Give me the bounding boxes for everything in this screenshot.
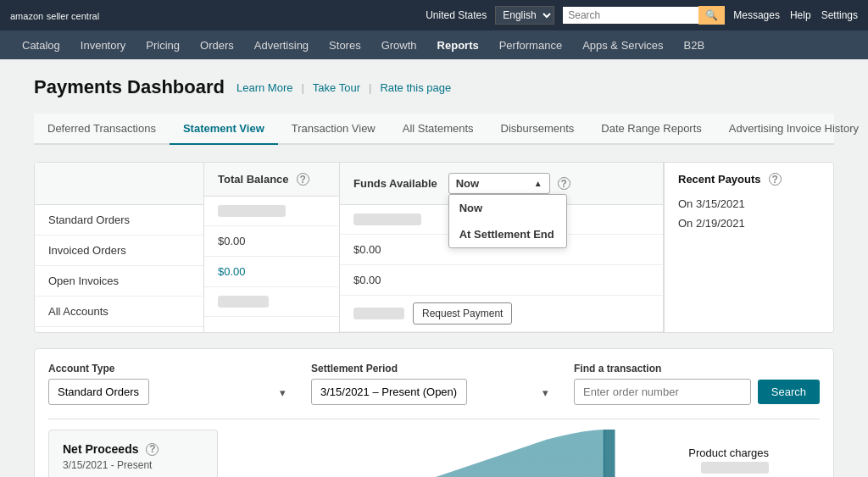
nav-b2b[interactable]: B2B	[676, 34, 714, 57]
product-charges-text: Product charges	[688, 446, 769, 459]
settlement-select-wrapper: 3/15/2021 – Present (Open)	[311, 379, 557, 405]
rate-page-link[interactable]: Rate this page	[380, 81, 451, 94]
recent-payouts-header: Recent Payouts ?	[678, 173, 820, 186]
tabs: Deferred Transactions Statement View Tra…	[34, 114, 834, 145]
nav-performance[interactable]: Performance	[491, 34, 570, 57]
main-content: Payments Dashboard Learn More | Take Tou…	[0, 59, 868, 477]
product-charges-value-skeleton	[701, 462, 769, 474]
settlement-period-label: Settlement Period	[311, 363, 557, 374]
find-transaction-label: Find a transaction	[574, 363, 820, 374]
language-select[interactable]: English	[495, 6, 554, 25]
tab-transaction-view[interactable]: Transaction View	[278, 114, 389, 145]
tab-all-statements[interactable]: All Statements	[389, 114, 487, 145]
account-type-label: Account Type	[48, 363, 294, 374]
nav-pricing[interactable]: Pricing	[137, 34, 188, 57]
request-payment-button[interactable]: Request Payment	[413, 302, 512, 324]
separator2: |	[369, 81, 371, 94]
row-invoiced-orders-label: Invoiced Orders	[35, 236, 203, 266]
total-standard	[204, 197, 339, 226]
proceeds-card: Net Proceeds ? 3/15/2021 - Present Begin…	[48, 430, 218, 477]
funds-dropdown-trigger[interactable]: Now ▲	[448, 173, 550, 194]
skeleton-sm2	[353, 308, 404, 319]
find-transaction-group: Find a transaction Search	[574, 363, 820, 405]
help-link[interactable]: Help	[790, 9, 811, 21]
nav-orders[interactable]: Orders	[192, 34, 242, 57]
skeleton-sm	[218, 296, 269, 308]
tab-advertising-invoice[interactable]: Advertising Invoice History	[715, 114, 868, 145]
learn-more-link[interactable]: Learn More	[236, 81, 292, 94]
total-open: $0.00	[204, 257, 339, 287]
top-bar: amazon seller central United States Engl…	[0, 0, 868, 31]
nav-apps[interactable]: Apps & Services	[574, 34, 671, 57]
nav-inventory[interactable]: Inventory	[72, 34, 134, 57]
nav-reports[interactable]: Reports	[429, 34, 487, 57]
separator1: |	[301, 81, 303, 94]
settlement-period-select[interactable]: 3/15/2021 – Present (Open)	[311, 379, 467, 405]
divider	[48, 419, 820, 419]
tab-disbursements[interactable]: Disbursements	[487, 114, 588, 145]
nav-advertising[interactable]: Advertising	[246, 34, 317, 57]
dropdown-selected-value: Now	[456, 177, 479, 190]
messages-link[interactable]: Messages	[733, 9, 780, 21]
dropdown-option-settlement-end[interactable]: At Settlement End	[449, 221, 566, 247]
skeleton2	[353, 214, 421, 225]
account-type-select[interactable]: Standard Orders Invoiced Orders	[48, 379, 149, 405]
skeleton	[218, 205, 286, 217]
filters-row: Account Type Standard Orders Invoiced Or…	[48, 363, 820, 405]
net-proceeds-label: Net Proceeds	[63, 442, 138, 456]
settlement-period-filter: Settlement Period 3/15/2021 – Present (O…	[311, 363, 557, 405]
recent-payouts-help-icon[interactable]: ?	[769, 173, 782, 186]
settings-link[interactable]: Settings	[821, 9, 858, 21]
total-balance-help-icon[interactable]: ?	[297, 173, 309, 186]
total-balance-header: Total Balance ?	[204, 163, 339, 197]
tab-statement-view[interactable]: Statement View	[170, 114, 278, 145]
recent-payouts-label: Recent Payouts	[678, 173, 761, 186]
language-selector[interactable]: English	[495, 6, 554, 25]
funds-help-icon[interactable]: ?	[558, 177, 570, 190]
nav-stores[interactable]: Stores	[320, 34, 370, 57]
row-standard-orders-label: Standard Orders	[35, 205, 203, 236]
tab-date-range-reports[interactable]: Date Range Reports	[587, 114, 715, 145]
funds-all: Request Payment	[340, 296, 663, 332]
proceeds-date: 3/15/2021 - Present	[63, 459, 203, 471]
svg-rect-0	[604, 430, 615, 477]
account-type-filter: Account Type Standard Orders Invoiced Or…	[48, 363, 294, 405]
region-selector[interactable]: United States	[426, 9, 487, 21]
total-balance-label: Total Balance	[218, 173, 289, 186]
nav-growth[interactable]: Growth	[373, 34, 426, 57]
row-open-invoices-label: Open Invoices	[35, 266, 203, 297]
nav-bar: Catalog Inventory Pricing Orders Adverti…	[0, 31, 868, 59]
funds-available-header: Funds Available Now ▲ Now At Settlement …	[340, 163, 663, 205]
funds-label: Funds Available	[353, 177, 437, 190]
logo-text: amazon	[10, 11, 43, 21]
top-bar-links: Messages Help Settings	[733, 9, 858, 21]
search-transaction-button[interactable]: Search	[758, 380, 820, 404]
find-transaction-row: Search	[574, 379, 820, 405]
bottom-section: Account Type Standard Orders Invoiced Or…	[34, 348, 834, 477]
chart-container: Product charges	[235, 430, 820, 477]
search-button[interactable]: 🔍	[698, 6, 725, 25]
recent-payouts-col: Recent Payouts ? On 3/15/2021 On 2/19/20…	[664, 163, 833, 332]
find-transaction-input[interactable]	[574, 379, 751, 405]
row-all-accounts-label: All Accounts	[35, 297, 203, 327]
dropdown-option-now[interactable]: Now	[449, 195, 566, 221]
net-proceeds-title: Net Proceeds ?	[63, 442, 203, 456]
payout-item-1: On 3/15/2021	[678, 194, 820, 214]
page-title: Payments Dashboard	[34, 76, 225, 98]
funds-dropdown-wrapper: Now ▲ Now At Settlement End	[448, 173, 550, 194]
tab-deferred-transactions[interactable]: Deferred Transactions	[34, 114, 170, 145]
payout-item-2: On 2/19/2021	[678, 214, 820, 233]
nav-catalog[interactable]: Catalog	[14, 34, 69, 57]
proceeds-area: Net Proceeds ? 3/15/2021 - Present Begin…	[48, 430, 820, 477]
search-input[interactable]	[563, 7, 698, 24]
page-header: Payments Dashboard Learn More | Take Tou…	[34, 76, 834, 98]
search-bar: 🔍	[563, 6, 725, 25]
open-invoices-total-link[interactable]: $0.00	[218, 265, 246, 278]
take-tour-link[interactable]: Take Tour	[313, 81, 360, 94]
dropdown-arrow-icon: ▲	[534, 179, 542, 188]
total-all	[204, 287, 339, 317]
seller-central-text: seller central	[47, 11, 99, 21]
net-proceeds-help-icon[interactable]: ?	[146, 443, 159, 456]
page-header-links: Learn More | Take Tour | Rate this page	[236, 81, 451, 94]
account-type-select-wrapper: Standard Orders Invoiced Orders	[48, 379, 294, 405]
